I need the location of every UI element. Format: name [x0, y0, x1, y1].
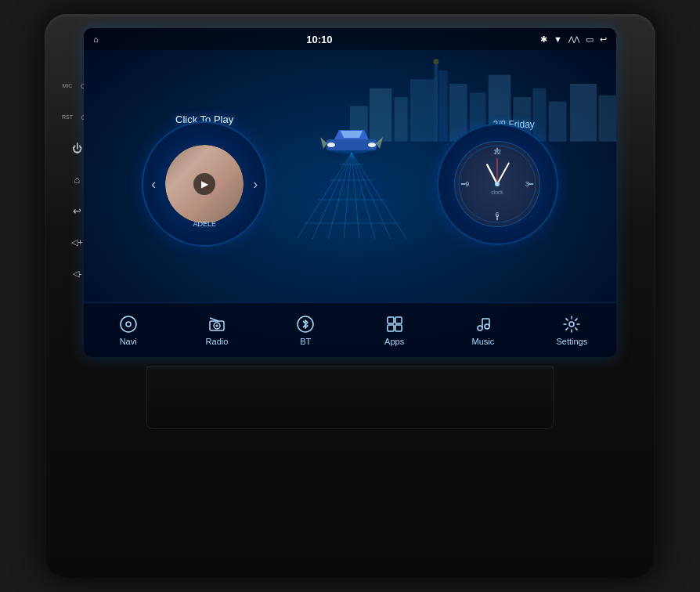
radio-label: Radio	[206, 337, 229, 346]
svg-text:9: 9	[466, 180, 470, 188]
radio-icon	[207, 315, 226, 334]
bt-icon	[296, 315, 315, 334]
navi-icon	[119, 315, 138, 334]
car-svg	[320, 117, 383, 157]
svg-point-45	[121, 316, 136, 332]
main-screen: ⌂ 10:10 ✱ ▼ ⋀⋀ ▭ ↩	[84, 28, 616, 357]
svg-point-40	[495, 182, 500, 186]
nav-item-music[interactable]: Music	[452, 315, 514, 346]
rst-label: RST	[62, 114, 73, 120]
navi-label: Navi	[120, 337, 137, 346]
music-label: Music	[472, 337, 495, 346]
svg-line-15	[297, 153, 352, 239]
album-art-container: ▶	[165, 145, 244, 223]
bluetooth-icon: ✱	[540, 34, 547, 45]
play-button[interactable]: ▶	[193, 173, 215, 195]
svg-line-22	[352, 153, 406, 239]
bottom-plate	[146, 366, 554, 429]
artist-name: ADELE	[143, 220, 265, 228]
music-player: Click To Play ‹ ▶ › ADELE	[142, 106, 267, 247]
svg-line-38	[497, 163, 509, 184]
svg-point-46	[126, 322, 131, 327]
settings-label: Settings	[556, 337, 587, 346]
nav-item-settings[interactable]: Settings	[540, 315, 603, 346]
clock-circle: 12 3 6 9 clock	[437, 124, 558, 245]
bt-label: BT	[300, 337, 311, 346]
svg-text:clock: clock	[491, 190, 503, 195]
music-circle[interactable]: ‹ ▶ › ADELE	[142, 121, 267, 247]
svg-line-37	[488, 164, 498, 184]
clock-container: 3/8 Friday 12 3 6 9	[437, 108, 558, 245]
svg-rect-54	[388, 325, 394, 331]
wifi-icon: ▼	[554, 34, 562, 44]
svg-line-19	[352, 153, 359, 239]
svg-line-17	[328, 153, 352, 239]
settings-icon	[562, 315, 581, 334]
apps-icon	[385, 315, 404, 334]
nav-item-apps[interactable]: Apps	[363, 315, 426, 346]
window-icon[interactable]: ▭	[586, 34, 594, 45]
svg-point-61	[569, 322, 574, 327]
svg-point-30	[368, 143, 376, 147]
prev-track-button[interactable]: ‹	[151, 176, 156, 193]
svg-line-21	[352, 153, 391, 239]
next-track-button[interactable]: ›	[253, 176, 258, 193]
expand-icon: ⋀⋀	[568, 35, 579, 43]
nav-item-navi[interactable]: Navi	[97, 315, 160, 346]
svg-point-29	[327, 143, 335, 147]
svg-line-16	[312, 153, 352, 239]
main-content: Click To Play ‹ ▶ › ADELE	[84, 50, 616, 302]
bottom-navbar: Navi Radio BT	[84, 302, 616, 357]
nav-item-radio[interactable]: Radio	[186, 315, 248, 346]
home-icon[interactable]: ⌂	[93, 34, 99, 44]
svg-line-18	[344, 153, 352, 239]
music-icon	[474, 315, 493, 334]
clock-svg: 12 3 6 9 clock	[455, 142, 539, 226]
svg-rect-53	[395, 317, 402, 323]
svg-rect-55	[395, 325, 402, 331]
status-right: ✱ ▼ ⋀⋀ ▭ ↩	[540, 34, 607, 45]
status-left: ⌂	[93, 34, 99, 44]
back-icon[interactable]: ↩	[600, 34, 607, 45]
svg-point-49	[215, 324, 218, 327]
clock-face: 12 3 6 9 clock	[454, 141, 540, 227]
svg-point-56	[478, 326, 482, 330]
mic-label: MIC	[63, 83, 73, 88]
car-head-unit: MIC ○ RST ○ ⏻ ⌂ ↩ ◁+ ◁- ⌂ 10:10 ✱ ▼ ⋀⋀	[45, 14, 655, 578]
svg-point-57	[485, 324, 489, 329]
status-bar: ⌂ 10:10 ✱ ▼ ⋀⋀ ▭ ↩	[84, 28, 616, 50]
svg-text:3: 3	[525, 180, 529, 188]
status-time: 10:10	[306, 34, 332, 45]
svg-rect-52	[388, 317, 394, 323]
nav-item-bt[interactable]: BT	[274, 315, 337, 346]
screen-wrapper: ⌂ 10:10 ✱ ▼ ⋀⋀ ▭ ↩	[84, 28, 616, 357]
apps-label: Apps	[384, 337, 404, 346]
svg-line-20	[352, 153, 375, 239]
